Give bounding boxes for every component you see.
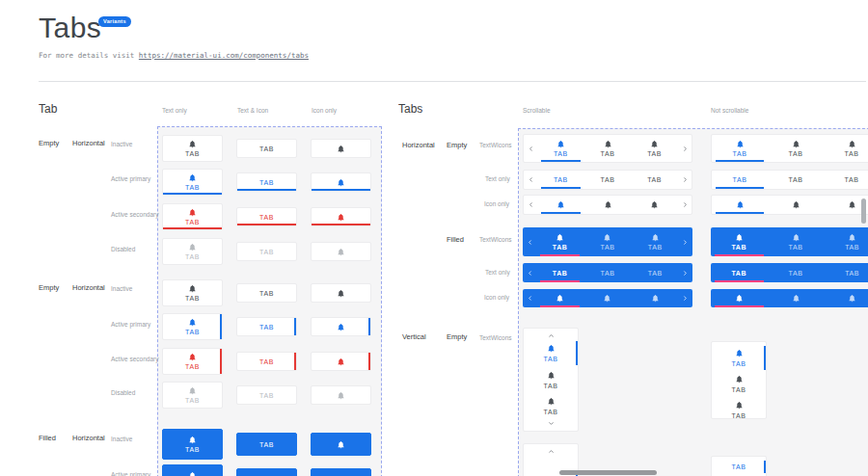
tab-active[interactable]: TAB: [537, 171, 584, 189]
tab-sample-icon[interactable]: [311, 468, 371, 476]
tab-sample-icon[interactable]: [311, 433, 371, 456]
tab[interactable]: TAB: [631, 171, 678, 189]
tab-sample-text-icon[interactable]: TAB: [162, 313, 223, 340]
tab-active[interactable]: TAB: [711, 263, 768, 282]
tab[interactable]: [768, 196, 824, 214]
tab[interactable]: TAB: [583, 263, 631, 282]
tab-sample-text-icon[interactable]: TAB: [162, 382, 223, 409]
tab-sample-text[interactable]: TAB: [236, 172, 297, 192]
tab-active[interactable]: TAB: [536, 227, 583, 256]
tab-sample-text-icon[interactable]: TAB: [162, 348, 223, 375]
scroll-up-button[interactable]: [548, 331, 555, 340]
tab-sample-text[interactable]: TAB: [236, 317, 297, 336]
bell-icon: [556, 294, 564, 303]
tab-active[interactable]: TAB: [536, 263, 583, 282]
tab-active[interactable]: [711, 289, 768, 307]
tab-sample-icon[interactable]: [311, 385, 371, 405]
tab-active[interactable]: TAB: [711, 227, 768, 256]
tab-active[interactable]: TAB: [712, 460, 766, 474]
bell-icon: [547, 344, 556, 353]
tab-sample-text[interactable]: TAB: [236, 242, 297, 261]
tab[interactable]: TAB: [584, 171, 632, 189]
tab-active[interactable]: TAB: [712, 171, 768, 189]
scroll-left-button[interactable]: [523, 263, 536, 282]
tab-active[interactable]: TAB: [712, 345, 766, 371]
variants-badge: Variants: [98, 16, 131, 27]
scroll-right-button[interactable]: [678, 135, 692, 162]
tab[interactable]: TAB: [632, 227, 679, 256]
tab-sample-text-icon[interactable]: TAB: [162, 238, 223, 265]
scroll-down-button[interactable]: [548, 419, 555, 428]
tab[interactable]: TAB: [824, 171, 868, 189]
horizontal-scrollbar-thumb[interactable]: [559, 470, 657, 475]
scroll-left-button[interactable]: [523, 289, 536, 307]
chevron-left-icon: [527, 270, 533, 277]
scroll-left-button[interactable]: [524, 135, 537, 162]
tab-active[interactable]: [712, 196, 768, 214]
material-ui-link[interactable]: https://material-ui.com/components/tabs: [139, 51, 309, 60]
tab-active[interactable]: TAB: [537, 135, 584, 162]
right-section-heading: Tabs: [398, 102, 422, 116]
tab[interactable]: TAB: [768, 135, 824, 162]
tab-sample-text-icon[interactable]: TAB: [162, 279, 223, 306]
tab-sample-text[interactable]: TAB: [236, 283, 297, 303]
tab-sample-text[interactable]: TAB: [236, 468, 297, 476]
tab[interactable]: TAB: [824, 135, 868, 162]
scroll-right-button[interactable]: [678, 196, 692, 214]
tab-sample-text[interactable]: TAB: [236, 433, 297, 456]
tab-sample-icon[interactable]: [311, 207, 371, 226]
scroll-right-button[interactable]: [679, 227, 692, 256]
tab[interactable]: [768, 289, 825, 307]
tab[interactable]: [824, 289, 868, 307]
tab-sample-text-icon[interactable]: TAB: [162, 135, 223, 162]
scroll-left-button[interactable]: [523, 227, 536, 256]
tab-sample-icon[interactable]: [311, 317, 371, 336]
tab[interactable]: TAB: [583, 227, 631, 256]
tab-active[interactable]: [537, 196, 584, 214]
bell-icon: [848, 200, 856, 209]
tab-sample-icon[interactable]: [311, 283, 371, 303]
tab-sample-text-icon[interactable]: TAB: [162, 429, 223, 460]
tab-sample-text-icon[interactable]: TAB: [162, 169, 223, 196]
bell-icon: [792, 294, 800, 303]
tab-active[interactable]: TAB: [712, 135, 768, 162]
scroll-left-button[interactable]: [524, 171, 537, 189]
tab[interactable]: TAB: [524, 367, 578, 393]
tab-sample-text[interactable]: TAB: [236, 352, 297, 371]
tab[interactable]: TAB: [824, 263, 868, 282]
tab-sample-text-icon[interactable]: TAB: [162, 203, 223, 230]
tab[interactable]: TAB: [584, 135, 632, 162]
tab-sample-text[interactable]: TAB: [236, 207, 297, 226]
tab-sample-icon[interactable]: [311, 242, 371, 261]
scroll-right-button[interactable]: [679, 263, 692, 282]
tab[interactable]: TAB: [631, 135, 678, 162]
active-indicator: [764, 461, 766, 473]
tab[interactable]: TAB: [524, 393, 578, 419]
tab-active[interactable]: TAB: [524, 340, 578, 366]
tab-sample-text[interactable]: TAB: [236, 139, 297, 158]
active-indicator: [716, 160, 764, 162]
tab[interactable]: TAB: [632, 263, 679, 282]
tab[interactable]: TAB: [768, 263, 825, 282]
tab[interactable]: [632, 289, 679, 307]
tab-active[interactable]: [536, 289, 583, 307]
tab[interactable]: TAB: [824, 227, 868, 256]
tab[interactable]: [583, 289, 631, 307]
tab-sample-icon[interactable]: [311, 172, 371, 192]
tab-sample-icon[interactable]: [311, 139, 371, 158]
tab[interactable]: TAB: [768, 227, 825, 256]
tab[interactable]: [631, 196, 678, 214]
tab[interactable]: TAB: [712, 371, 766, 397]
tab-sample-text[interactable]: TAB: [236, 385, 297, 405]
vertical-scrollbar-thumb[interactable]: [861, 198, 866, 224]
tab[interactable]: [584, 196, 632, 214]
scroll-up-button[interactable]: [548, 447, 555, 456]
tab[interactable]: TAB: [712, 397, 766, 419]
left-section-heading: Tab: [39, 102, 57, 116]
scroll-left-button[interactable]: [524, 196, 537, 214]
tab-sample-text-icon[interactable]: TAB: [162, 464, 223, 476]
tab-sample-icon[interactable]: [311, 352, 371, 371]
scroll-right-button[interactable]: [679, 289, 692, 307]
scroll-right-button[interactable]: [678, 171, 692, 189]
tab[interactable]: TAB: [768, 171, 824, 189]
